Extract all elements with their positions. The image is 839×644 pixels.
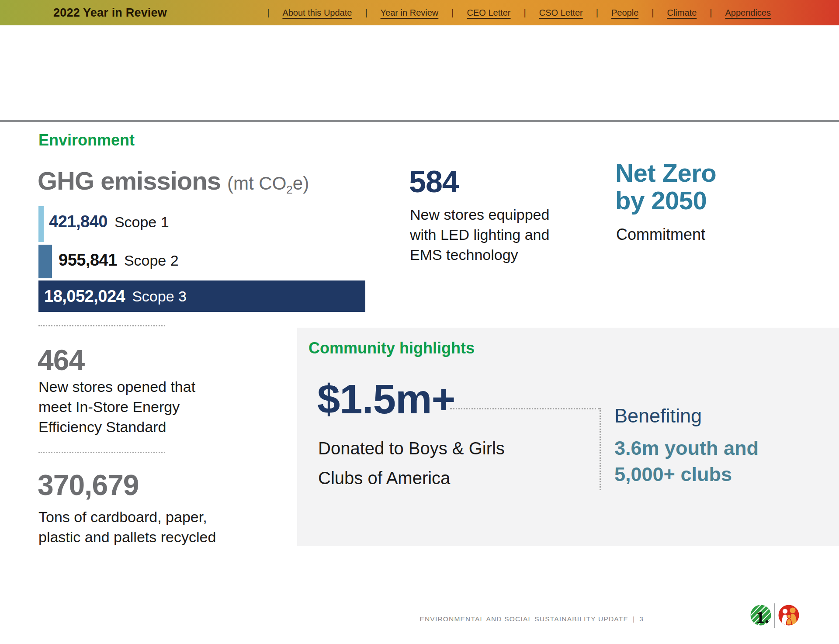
stat-stores-opened-value: 464	[38, 343, 84, 377]
nav-separator: |	[365, 8, 367, 18]
scope-3-label: Scope 3	[132, 288, 187, 305]
footer-document-title: ENVIRONMENTAL AND SOCIAL SUSTAINABILITY …	[420, 615, 644, 623]
nav-separator: |	[596, 8, 598, 18]
donation-description: Donated to Boys & Girls Clubs of America	[318, 433, 505, 493]
svg-text:1.: 1.	[756, 607, 769, 626]
ghg-emissions-title: GHG emissions (mt CO2e)	[38, 166, 309, 197]
net-zero-commitment-label: Commitment	[616, 225, 705, 244]
nav-separator: |	[652, 8, 654, 18]
scope-1-bar	[38, 206, 44, 242]
nav-separator: |	[267, 8, 269, 18]
ghg-title-text: GHG emissions	[38, 166, 221, 195]
nav-link-climate[interactable]: Climate	[667, 8, 697, 18]
benefit-label: Benefiting	[614, 405, 702, 427]
community-highlights-panel: Community highlights $1.5m+ Donated to B…	[297, 328, 839, 546]
community-section-heading: Community highlights	[309, 339, 475, 357]
nav-link-about-this-update[interactable]: About this Update	[282, 8, 352, 18]
horizontal-divider	[0, 120, 839, 122]
nav-separator: |	[451, 8, 454, 18]
scope-2-value: 955,841	[59, 251, 117, 269]
top-nav-bar: 2022 Year in Review | About this Update …	[0, 0, 839, 25]
nav-separator: |	[710, 8, 712, 18]
scope-1-row: 421,840Scope 1	[49, 212, 169, 231]
stat-led-stores-description: New stores equipped with LED lighting an…	[410, 204, 549, 265]
top-navigation: | About this Update | Year in Review | C…	[267, 0, 784, 25]
scope-2-label: Scope 2	[124, 252, 179, 269]
footer-page-separator: |	[633, 615, 635, 623]
stat-recycled-description: Tons of cardboard, paper, plastic and pa…	[38, 507, 216, 547]
nav-link-cso-letter[interactable]: CSO Letter	[539, 8, 583, 18]
ghg-unit: (mt CO2e)	[227, 173, 309, 194]
stat-led-stores-value: 584	[409, 164, 459, 199]
report-page: { "header": { "title": "2022 Year in Rev…	[0, 0, 839, 644]
stat-stores-opened-description: New stores opened that meet In-Store Ene…	[38, 377, 195, 437]
scope-2-bar	[38, 245, 52, 278]
dotted-connector-horizontal	[450, 408, 600, 409]
dotted-separator	[38, 325, 165, 326]
nav-link-appendices[interactable]: Appendices	[725, 8, 771, 18]
environment-section-heading: Environment	[38, 131, 135, 149]
footer-title-text: ENVIRONMENTAL AND SOCIAL SUSTAINABILITY …	[420, 615, 628, 623]
scope-3-bar: 18,052,024Scope 3	[38, 280, 365, 312]
page-title: 2022 Year in Review	[53, 0, 167, 25]
dotted-separator	[38, 452, 165, 453]
logo-divider	[774, 603, 775, 628]
donation-value: $1.5m+	[317, 376, 455, 423]
scope-3-value: 18,052,024	[44, 287, 125, 306]
dollar-tree-logo: 1.	[750, 605, 771, 626]
stat-recycled-value: 370,679	[38, 468, 139, 502]
nav-link-ceo-letter[interactable]: CEO Letter	[467, 8, 510, 18]
nav-link-year-in-review[interactable]: Year in Review	[381, 8, 439, 18]
nav-separator: |	[524, 8, 526, 18]
nav-link-people[interactable]: People	[611, 8, 638, 18]
footer-page-number: 3	[639, 615, 644, 623]
scope-1-value: 421,840	[49, 212, 107, 231]
scope-2-row: 955,841Scope 2	[59, 251, 179, 270]
benefit-value: 3.6m youth and 5,000+ clubs	[614, 435, 759, 488]
scope-1-label: Scope 1	[114, 214, 169, 230]
net-zero-commitment-value: Net Zero by 2050	[615, 159, 716, 214]
family-dollar-logo	[778, 605, 799, 626]
dotted-connector-vertical	[600, 408, 601, 490]
